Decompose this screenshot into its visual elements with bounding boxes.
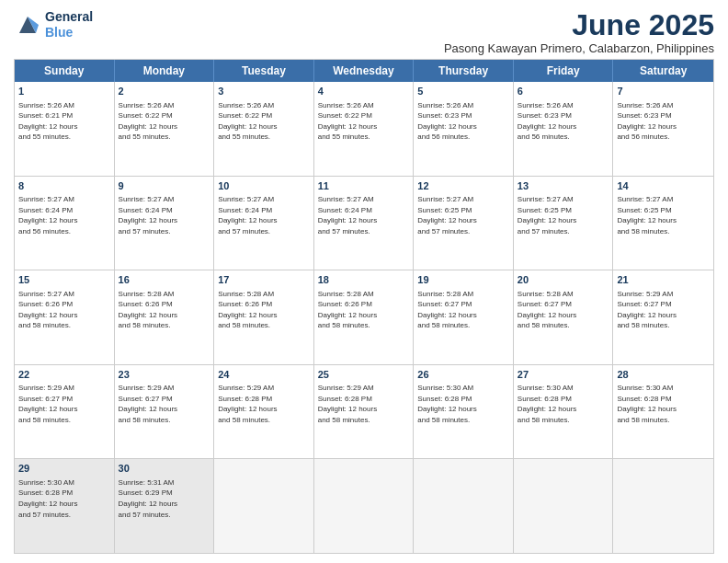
cell-line: and 57 minutes.	[218, 226, 310, 237]
cell-line: and 58 minutes.	[218, 320, 310, 331]
cell-line: and 57 minutes.	[119, 226, 210, 237]
cell-line: Sunset: 6:21 PM	[18, 110, 110, 121]
cell-line: Sunset: 6:27 PM	[617, 299, 710, 310]
cell-line: and 58 minutes.	[518, 415, 609, 426]
cell-line: Daylight: 12 hours	[617, 404, 710, 415]
calendar-cell: 28Sunrise: 5:30 AMSunset: 6:28 PMDayligh…	[613, 365, 713, 459]
calendar-cell: 29Sunrise: 5:30 AMSunset: 6:28 PMDayligh…	[15, 459, 115, 553]
cell-line: Sunrise: 5:29 AM	[18, 383, 110, 394]
cell-line: and 58 minutes.	[18, 415, 110, 426]
cell-line: Sunrise: 5:30 AM	[518, 383, 609, 394]
day-number: 2	[119, 85, 210, 98]
cell-line: Sunrise: 5:26 AM	[518, 100, 609, 111]
calendar-cell: 2Sunrise: 5:26 AMSunset: 6:22 PMDaylight…	[115, 82, 215, 176]
cell-line: and 58 minutes.	[318, 415, 410, 426]
day-number: 25	[318, 368, 410, 382]
cell-line: Sunset: 6:28 PM	[617, 394, 710, 405]
cell-line: Daylight: 12 hours	[119, 404, 210, 415]
cell-line: Daylight: 12 hours	[18, 310, 110, 321]
cell-line: Sunset: 6:28 PM	[318, 394, 410, 405]
calendar-cell: 22Sunrise: 5:29 AMSunset: 6:27 PMDayligh…	[15, 365, 115, 459]
calendar-cell: 4Sunrise: 5:26 AMSunset: 6:22 PMDaylight…	[314, 82, 415, 176]
cell-line: Sunset: 6:26 PM	[119, 299, 210, 310]
day-number: 23	[119, 368, 210, 382]
cell-line: Sunrise: 5:28 AM	[119, 289, 210, 300]
cell-line: Daylight: 12 hours	[119, 499, 210, 510]
calendar-cell: 11Sunrise: 5:27 AMSunset: 6:24 PMDayligh…	[314, 177, 415, 270]
calendar-cell: 20Sunrise: 5:28 AMSunset: 6:27 PMDayligh…	[514, 270, 614, 364]
calendar-cell: 17Sunrise: 5:28 AMSunset: 6:26 PMDayligh…	[214, 270, 314, 364]
cell-line: Sunset: 6:27 PM	[518, 299, 609, 310]
day-number: 20	[518, 273, 609, 287]
cell-line: Sunset: 6:27 PM	[119, 394, 210, 405]
cell-line: Sunrise: 5:30 AM	[417, 383, 509, 394]
cell-line: Sunrise: 5:29 AM	[617, 289, 710, 300]
month-title: June 2025	[444, 9, 714, 41]
cell-line: and 57 minutes.	[18, 510, 110, 521]
cell-line: Daylight: 12 hours	[617, 310, 710, 321]
cell-line: Sunset: 6:27 PM	[18, 394, 110, 405]
day-number: 9	[119, 179, 210, 193]
cell-line: Sunrise: 5:27 AM	[518, 194, 609, 205]
cell-line: Sunrise: 5:26 AM	[617, 100, 710, 111]
cell-line: Sunrise: 5:26 AM	[417, 100, 509, 111]
cell-line: and 58 minutes.	[218, 415, 310, 426]
calendar-cell: 15Sunrise: 5:27 AMSunset: 6:26 PMDayligh…	[15, 270, 115, 364]
cell-line: and 56 minutes.	[617, 132, 710, 143]
day-number: 24	[218, 368, 310, 382]
cell-line: Daylight: 12 hours	[119, 310, 210, 321]
cell-line: Sunrise: 5:27 AM	[417, 194, 509, 205]
cell-line: Sunrise: 5:29 AM	[218, 383, 310, 394]
calendar-cell: 16Sunrise: 5:28 AMSunset: 6:26 PMDayligh…	[115, 270, 215, 364]
cell-line: and 58 minutes.	[417, 415, 509, 426]
day-number: 26	[417, 368, 509, 382]
cell-line: Daylight: 12 hours	[318, 404, 410, 415]
cell-line: and 58 minutes.	[18, 320, 110, 331]
cell-line: and 58 minutes.	[617, 226, 710, 237]
cell-line: Sunset: 6:24 PM	[18, 205, 110, 216]
cell-line: and 58 minutes.	[119, 320, 210, 331]
cell-line: Sunset: 6:23 PM	[617, 110, 710, 121]
logo-line2: Blue	[45, 25, 93, 40]
cell-line: Daylight: 12 hours	[617, 121, 710, 132]
calendar-header: SundayMondayTuesdayWednesdayThursdayFrid…	[15, 60, 713, 82]
cell-line: Sunset: 6:26 PM	[318, 299, 410, 310]
calendar-cell: 25Sunrise: 5:29 AMSunset: 6:28 PMDayligh…	[314, 365, 415, 459]
cell-line: Sunset: 6:25 PM	[518, 205, 609, 216]
day-number: 5	[417, 85, 509, 98]
calendar-cell	[414, 459, 514, 553]
cell-line: Daylight: 12 hours	[18, 404, 110, 415]
cell-line: Daylight: 12 hours	[18, 121, 110, 132]
calendar-row-4: 22Sunrise: 5:29 AMSunset: 6:27 PMDayligh…	[15, 364, 713, 459]
day-number: 7	[617, 85, 710, 98]
calendar-body: 1Sunrise: 5:26 AMSunset: 6:21 PMDaylight…	[15, 82, 713, 553]
cell-line: Sunset: 6:28 PM	[218, 394, 310, 405]
cell-line: Daylight: 12 hours	[218, 310, 310, 321]
calendar-row-5: 29Sunrise: 5:30 AMSunset: 6:28 PMDayligh…	[15, 458, 713, 553]
cell-line: Sunrise: 5:28 AM	[218, 289, 310, 300]
cell-line: Daylight: 12 hours	[617, 215, 710, 226]
day-number: 30	[119, 462, 210, 476]
cell-line: Daylight: 12 hours	[518, 215, 609, 226]
cell-line: Sunrise: 5:27 AM	[18, 289, 110, 300]
day-number: 8	[18, 179, 110, 193]
cell-line: Sunset: 6:24 PM	[218, 205, 310, 216]
day-number: 15	[18, 273, 110, 287]
cell-line: Sunrise: 5:28 AM	[518, 289, 609, 300]
cell-line: Daylight: 12 hours	[318, 215, 410, 226]
logo-icon	[14, 11, 41, 39]
calendar-cell	[314, 459, 415, 553]
cell-line: Daylight: 12 hours	[18, 499, 110, 510]
cell-line: Sunrise: 5:26 AM	[218, 100, 310, 111]
logo-text: General Blue	[45, 9, 93, 40]
cell-line: and 58 minutes.	[119, 415, 210, 426]
cell-line: and 56 minutes.	[417, 132, 509, 143]
cell-line: Sunrise: 5:26 AM	[18, 100, 110, 111]
day-number: 16	[119, 273, 210, 287]
day-number: 6	[518, 85, 609, 98]
cell-line: Sunrise: 5:28 AM	[318, 289, 410, 300]
cell-line: Sunrise: 5:27 AM	[318, 194, 410, 205]
calendar-cell	[613, 459, 713, 553]
cell-line: Sunrise: 5:28 AM	[417, 289, 509, 300]
header-day-thursday: Thursday	[414, 60, 514, 82]
